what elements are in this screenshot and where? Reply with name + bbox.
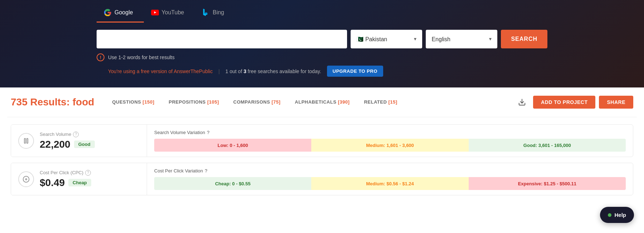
info-icon: ! bbox=[97, 53, 104, 61]
content-section: 735 Results: food QUESTIONS [150] PREPOS… bbox=[0, 87, 644, 203]
free-notice-text: You're using a free version of AnswerThe… bbox=[108, 68, 213, 74]
search-volume-right: Search Volume Variation ? Low: 0 - 1,600… bbox=[147, 125, 633, 157]
search-row: food 🇵🇰 Pakistan 🇺🇸 United States 🇬🇧 Uni… bbox=[97, 30, 547, 48]
share-button[interactable]: SHARE bbox=[599, 96, 633, 109]
cpc-left: Cost Per Click (CPC) ? $0.49 Cheap bbox=[11, 163, 147, 195]
cpc-info: Cost Per Click (CPC) ? $0.49 Cheap bbox=[40, 170, 91, 189]
free-notice-row: You're using a free version of AnswerThe… bbox=[97, 66, 547, 77]
cpc-value: $0.49 Cheap bbox=[40, 177, 91, 189]
search-volume-help-icon[interactable]: ? bbox=[73, 132, 79, 137]
results-tab-related[interactable]: RELATED [15] bbox=[357, 96, 404, 108]
country-dropdown-wrapper: 🇵🇰 Pakistan 🇺🇸 United States 🇬🇧 United K… bbox=[351, 30, 422, 48]
bar-cpc-medium: Medium: $0.56 - $1.24 bbox=[311, 177, 468, 190]
search-volume-value: 22,200 Good bbox=[40, 139, 95, 150]
bar-expensive: Expensive: $1.25 - $500.11 bbox=[469, 177, 626, 190]
cpc-badge: Cheap bbox=[68, 179, 91, 186]
country-select[interactable]: 🇵🇰 Pakistan 🇺🇸 United States 🇬🇧 United K… bbox=[351, 30, 422, 48]
add-project-button[interactable]: ADD TO PROJECT bbox=[533, 96, 595, 109]
metrics-section: Search Volume ? 22,200 Good Search Volum… bbox=[7, 117, 637, 203]
divider: | bbox=[218, 68, 220, 74]
help-button[interactable]: Help bbox=[600, 207, 634, 223]
tip-row: ! Use 1-2 words for best results bbox=[97, 53, 547, 61]
cpc-label: Cost Per Click (CPC) ? bbox=[40, 170, 91, 176]
cpc-variation-label: Cost Per Click Variation ? bbox=[154, 168, 626, 173]
search-volume-badge: Good bbox=[74, 141, 95, 148]
cpc-bar: Cheap: 0 - $0.55 Medium: $0.56 - $1.24 E… bbox=[154, 177, 626, 190]
bar-medium: Medium: 1,601 - 3,600 bbox=[311, 139, 468, 152]
google-icon bbox=[104, 9, 112, 16]
tab-google-label: Google bbox=[114, 9, 133, 16]
engine-tabs: Google YouTube Bing bbox=[97, 0, 547, 23]
results-actions: ADD TO PROJECT SHARE bbox=[514, 95, 633, 110]
cpc-help-icon[interactable]: ? bbox=[85, 170, 91, 176]
results-tab-comparisons[interactable]: COMPARISONS [75] bbox=[226, 96, 288, 108]
search-volume-bar: Low: 0 - 1,600 Medium: 1,601 - 3,600 Goo… bbox=[154, 139, 626, 152]
results-title: 735 Results: food bbox=[11, 96, 94, 108]
results-tab-alphabeticals[interactable]: ALPHABETICALS [390] bbox=[288, 96, 357, 108]
cpc-right: Cost Per Click Variation ? Cheap: 0 - $0… bbox=[147, 163, 633, 195]
help-label: Help bbox=[614, 212, 626, 218]
top-section: Google YouTube Bing food bbox=[0, 0, 644, 87]
upgrade-button[interactable]: UPGRADE TO PRO bbox=[327, 66, 383, 77]
language-dropdown-wrapper: English Urdu ▼ bbox=[426, 30, 497, 48]
search-volume-label: Search Volume ? bbox=[40, 132, 95, 137]
results-header: 735 Results: food QUESTIONS [150] PREPOS… bbox=[7, 87, 637, 117]
cpc-card: Cost Per Click (CPC) ? $0.49 Cheap Cost … bbox=[11, 163, 633, 195]
bar-low: Low: 0 - 1,600 bbox=[154, 139, 311, 152]
bing-icon bbox=[202, 9, 210, 16]
search-volume-icon bbox=[18, 133, 34, 149]
tip-text: Use 1-2 words for best results bbox=[108, 54, 175, 60]
youtube-icon bbox=[151, 9, 159, 16]
searches-count: 1 out of 3 free searches available for t… bbox=[225, 68, 321, 74]
search-button[interactable]: SEARCH bbox=[501, 30, 547, 48]
help-dot bbox=[608, 213, 611, 217]
cpc-icon bbox=[18, 171, 34, 187]
download-button[interactable] bbox=[514, 95, 530, 110]
svg-rect-2 bbox=[27, 138, 28, 143]
tab-bing[interactable]: Bing bbox=[195, 4, 235, 23]
bar-good: Good: 3,601 - 165,000 bbox=[469, 139, 626, 152]
tab-youtube[interactable]: YouTube bbox=[144, 4, 195, 23]
svg-rect-1 bbox=[24, 138, 25, 143]
tab-google[interactable]: Google bbox=[97, 4, 144, 23]
bar-cheap: Cheap: 0 - $0.55 bbox=[154, 177, 311, 190]
cpc-variation-help-icon[interactable]: ? bbox=[205, 168, 207, 173]
search-volume-variation-label: Search Volume Variation ? bbox=[154, 130, 626, 135]
language-select[interactable]: English Urdu bbox=[426, 30, 497, 48]
search-input[interactable]: food bbox=[97, 30, 347, 48]
tab-youtube-label: YouTube bbox=[162, 9, 184, 16]
results-tabs: QUESTIONS [150] PREPOSITIONS [105] COMPA… bbox=[105, 96, 514, 108]
results-tab-questions[interactable]: QUESTIONS [150] bbox=[105, 96, 161, 108]
search-volume-card: Search Volume ? 22,200 Good Search Volum… bbox=[11, 124, 633, 157]
tab-bing-label: Bing bbox=[213, 9, 224, 16]
search-volume-info: Search Volume ? 22,200 Good bbox=[40, 132, 95, 150]
results-tab-prepositions[interactable]: PREPOSITIONS [105] bbox=[161, 96, 226, 108]
variation-help-icon[interactable]: ? bbox=[207, 130, 209, 135]
search-volume-left: Search Volume ? 22,200 Good bbox=[11, 125, 147, 157]
